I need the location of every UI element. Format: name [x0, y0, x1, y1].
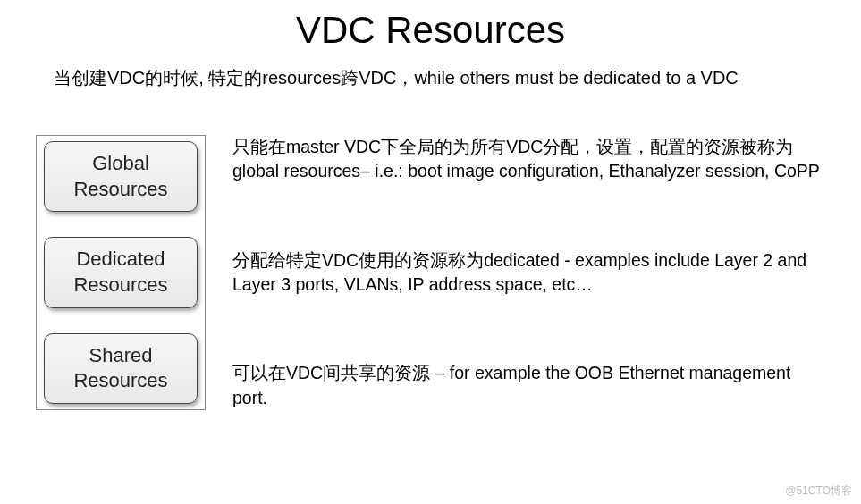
shared-resources-box: Shared Resources	[44, 333, 198, 404]
slide-title: VDC Resources	[0, 0, 861, 61]
content-area: Global Resources Dedicated Resources Sha…	[0, 135, 861, 410]
dedicated-description: 分配给特定VDC使用的资源称为dedicated - examples incl…	[232, 248, 825, 298]
dedicated-resources-box: Dedicated Resources	[44, 237, 198, 307]
intro-paragraph: 当创建VDC的时候, 特定的resources跨VDC，while others…	[0, 61, 861, 99]
resource-boxes-container: Global Resources Dedicated Resources Sha…	[36, 135, 206, 410]
watermark: @51CTO博客	[785, 483, 852, 499]
descriptions-column: 只能在master VDC下全局的为所有VDC分配，设置，配置的资源被称为glo…	[206, 135, 825, 410]
shared-description: 可以在VDC间共享的资源 – for example the OOB Ether…	[232, 361, 825, 410]
global-description: 只能在master VDC下全局的为所有VDC分配，设置，配置的资源被称为glo…	[232, 135, 825, 184]
global-resources-box: Global Resources	[44, 141, 198, 212]
